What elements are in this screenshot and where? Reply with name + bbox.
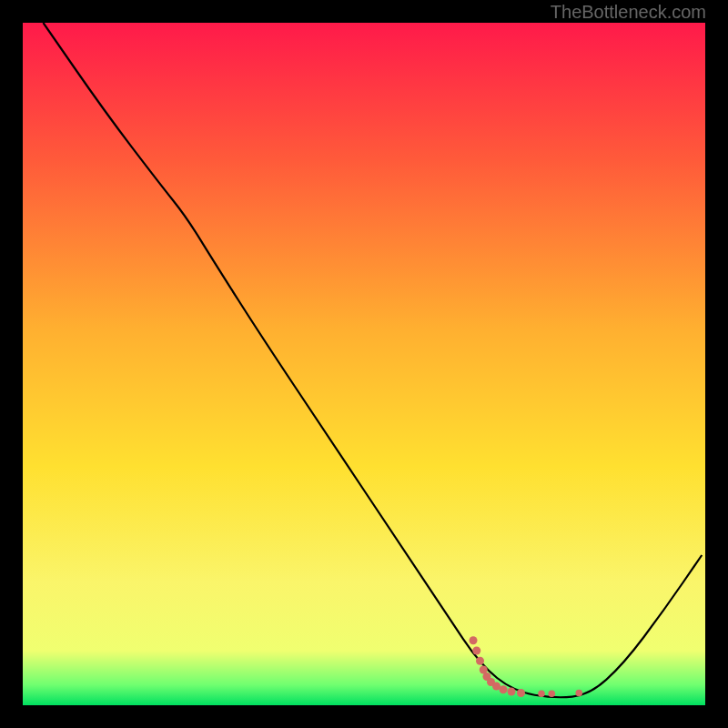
marker-dot [538,690,545,697]
marker-dot [575,690,582,697]
marker-dot [500,685,508,693]
marker-dot [470,636,478,644]
marker-dot [508,688,516,696]
marker-dot [472,647,480,655]
marker-dot [476,657,484,665]
marker-dot [548,690,555,697]
watermark-text: TheBottleneck.com [551,2,706,23]
marker-dot [517,689,525,697]
chart-canvas [23,23,705,705]
chart-background [23,23,705,705]
